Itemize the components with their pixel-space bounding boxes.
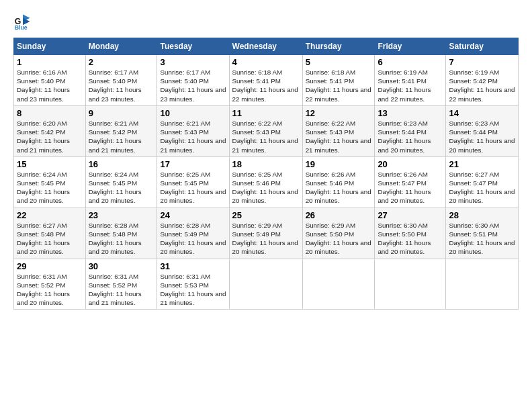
day-number: 24	[160, 210, 226, 220]
header-saturday: Saturday	[446, 38, 519, 55]
day-number: 20	[378, 159, 443, 169]
day-info: Sunrise: 6:25 AM Sunset: 5:45 PM Dayligh…	[160, 170, 226, 205]
day-number: 21	[449, 159, 515, 169]
calendar-cell: 6 Sunrise: 6:19 AM Sunset: 5:41 PM Dayli…	[375, 55, 446, 106]
calendar-cell: 27 Sunrise: 6:30 AM Sunset: 5:50 PM Dayl…	[375, 208, 446, 259]
calendar-cell	[375, 259, 446, 310]
calendar-week-row: 1 Sunrise: 6:16 AM Sunset: 5:40 PM Dayli…	[14, 55, 519, 106]
day-number: 6	[378, 57, 443, 67]
calendar-cell: 21 Sunrise: 6:27 AM Sunset: 5:47 PM Dayl…	[446, 156, 519, 208]
day-info: Sunrise: 6:16 AM Sunset: 5:40 PM Dayligh…	[17, 68, 83, 103]
calendar-week-row: 15 Sunrise: 6:24 AM Sunset: 5:45 PM Dayl…	[14, 156, 519, 208]
calendar-cell: 19 Sunrise: 6:26 AM Sunset: 5:46 PM Dayl…	[302, 156, 375, 208]
day-number: 2	[89, 57, 154, 67]
day-number: 4	[232, 57, 300, 67]
calendar-cell: 18 Sunrise: 6:25 AM Sunset: 5:46 PM Dayl…	[229, 156, 302, 208]
header-thursday: Thursday	[302, 38, 375, 55]
header-tuesday: Tuesday	[157, 38, 229, 55]
day-info: Sunrise: 6:31 AM Sunset: 5:53 PM Dayligh…	[160, 272, 226, 308]
day-info: Sunrise: 6:29 AM Sunset: 5:50 PM Dayligh…	[306, 221, 372, 257]
day-info: Sunrise: 6:27 AM Sunset: 5:48 PM Dayligh…	[17, 221, 83, 257]
day-number: 15	[17, 159, 83, 169]
day-number: 3	[160, 57, 226, 67]
day-info: Sunrise: 6:25 AM Sunset: 5:46 PM Dayligh…	[232, 170, 300, 205]
calendar-cell: 14 Sunrise: 6:23 AM Sunset: 5:44 PM Dayl…	[446, 105, 519, 156]
day-number: 10	[160, 108, 226, 118]
day-info: Sunrise: 6:18 AM Sunset: 5:41 PM Dayligh…	[232, 68, 300, 103]
logo: G Blue	[13, 12, 35, 31]
calendar-page: G Blue Sunday Monday Tuesday Wednesda	[0, 0, 532, 411]
day-info: Sunrise: 6:28 AM Sunset: 5:48 PM Dayligh…	[89, 221, 154, 257]
day-number: 25	[232, 210, 300, 220]
calendar-cell: 2 Sunrise: 6:17 AM Sunset: 5:40 PM Dayli…	[85, 55, 157, 106]
day-info: Sunrise: 6:17 AM Sunset: 5:40 PM Dayligh…	[160, 68, 226, 103]
logo-icon: G Blue	[13, 12, 32, 31]
day-number: 22	[17, 210, 83, 220]
calendar-cell: 16 Sunrise: 6:24 AM Sunset: 5:45 PM Dayl…	[85, 156, 157, 208]
calendar-cell: 26 Sunrise: 6:29 AM Sunset: 5:50 PM Dayl…	[302, 208, 375, 259]
calendar-cell: 24 Sunrise: 6:28 AM Sunset: 5:49 PM Dayl…	[157, 208, 229, 259]
day-info: Sunrise: 6:22 AM Sunset: 5:43 PM Dayligh…	[232, 119, 300, 154]
day-number: 13	[378, 108, 443, 118]
calendar-cell	[302, 259, 375, 310]
day-info: Sunrise: 6:23 AM Sunset: 5:44 PM Dayligh…	[378, 119, 443, 154]
calendar-cell: 20 Sunrise: 6:26 AM Sunset: 5:47 PM Dayl…	[375, 156, 446, 208]
day-number: 27	[378, 210, 443, 220]
day-number: 23	[89, 210, 154, 220]
day-number: 1	[17, 57, 83, 67]
day-info: Sunrise: 6:31 AM Sunset: 5:52 PM Dayligh…	[89, 272, 154, 308]
day-info: Sunrise: 6:31 AM Sunset: 5:52 PM Dayligh…	[17, 272, 83, 308]
day-number: 18	[232, 159, 300, 169]
calendar-cell: 28 Sunrise: 6:30 AM Sunset: 5:51 PM Dayl…	[446, 208, 519, 259]
calendar-cell: 7 Sunrise: 6:19 AM Sunset: 5:42 PM Dayli…	[446, 55, 519, 106]
day-number: 14	[449, 108, 515, 118]
day-number: 12	[306, 108, 372, 118]
day-number: 29	[17, 261, 83, 271]
calendar-cell: 31 Sunrise: 6:31 AM Sunset: 5:53 PM Dayl…	[157, 259, 229, 310]
calendar-cell: 9 Sunrise: 6:21 AM Sunset: 5:42 PM Dayli…	[85, 105, 157, 156]
day-number: 16	[89, 159, 154, 169]
calendar-cell: 22 Sunrise: 6:27 AM Sunset: 5:48 PM Dayl…	[14, 208, 86, 259]
calendar-cell: 30 Sunrise: 6:31 AM Sunset: 5:52 PM Dayl…	[85, 259, 157, 310]
calendar-week-row: 8 Sunrise: 6:20 AM Sunset: 5:42 PM Dayli…	[14, 105, 519, 156]
day-number: 17	[160, 159, 226, 169]
calendar-body: 1 Sunrise: 6:16 AM Sunset: 5:40 PM Dayli…	[14, 55, 519, 310]
calendar-cell: 25 Sunrise: 6:29 AM Sunset: 5:49 PM Dayl…	[229, 208, 302, 259]
day-info: Sunrise: 6:24 AM Sunset: 5:45 PM Dayligh…	[17, 170, 83, 205]
day-info: Sunrise: 6:17 AM Sunset: 5:40 PM Dayligh…	[89, 68, 154, 103]
day-info: Sunrise: 6:18 AM Sunset: 5:41 PM Dayligh…	[306, 68, 372, 103]
day-number: 28	[449, 210, 515, 220]
calendar-cell: 13 Sunrise: 6:23 AM Sunset: 5:44 PM Dayl…	[375, 105, 446, 156]
calendar-cell: 1 Sunrise: 6:16 AM Sunset: 5:40 PM Dayli…	[14, 55, 86, 106]
day-number: 19	[306, 159, 372, 169]
day-info: Sunrise: 6:30 AM Sunset: 5:50 PM Dayligh…	[378, 221, 443, 257]
calendar-table: Sunday Monday Tuesday Wednesday Thursday…	[13, 38, 519, 310]
day-info: Sunrise: 6:28 AM Sunset: 5:49 PM Dayligh…	[160, 221, 226, 257]
day-number: 31	[160, 261, 226, 271]
header-friday: Friday	[375, 38, 446, 55]
day-number: 30	[89, 261, 154, 271]
day-number: 26	[306, 210, 372, 220]
day-info: Sunrise: 6:30 AM Sunset: 5:51 PM Dayligh…	[449, 221, 515, 257]
header-sunday: Sunday	[14, 38, 86, 55]
calendar-cell: 17 Sunrise: 6:25 AM Sunset: 5:45 PM Dayl…	[157, 156, 229, 208]
calendar-week-row: 29 Sunrise: 6:31 AM Sunset: 5:52 PM Dayl…	[14, 259, 519, 310]
weekday-header-row: Sunday Monday Tuesday Wednesday Thursday…	[14, 38, 519, 55]
calendar-cell: 23 Sunrise: 6:28 AM Sunset: 5:48 PM Dayl…	[85, 208, 157, 259]
day-info: Sunrise: 6:20 AM Sunset: 5:42 PM Dayligh…	[17, 119, 83, 154]
calendar-cell: 15 Sunrise: 6:24 AM Sunset: 5:45 PM Dayl…	[14, 156, 86, 208]
calendar-week-row: 22 Sunrise: 6:27 AM Sunset: 5:48 PM Dayl…	[14, 208, 519, 259]
day-info: Sunrise: 6:19 AM Sunset: 5:42 PM Dayligh…	[449, 68, 515, 103]
day-info: Sunrise: 6:21 AM Sunset: 5:43 PM Dayligh…	[160, 119, 226, 154]
svg-text:Blue: Blue	[15, 24, 28, 31]
calendar-cell: 12 Sunrise: 6:22 AM Sunset: 5:43 PM Dayl…	[302, 105, 375, 156]
day-info: Sunrise: 6:26 AM Sunset: 5:46 PM Dayligh…	[306, 170, 372, 205]
calendar-cell: 5 Sunrise: 6:18 AM Sunset: 5:41 PM Dayli…	[302, 55, 375, 106]
day-number: 5	[306, 57, 372, 67]
page-header: G Blue	[13, 12, 519, 31]
day-info: Sunrise: 6:27 AM Sunset: 5:47 PM Dayligh…	[449, 170, 515, 205]
calendar-cell: 8 Sunrise: 6:20 AM Sunset: 5:42 PM Dayli…	[14, 105, 86, 156]
day-info: Sunrise: 6:23 AM Sunset: 5:44 PM Dayligh…	[449, 119, 515, 154]
day-info: Sunrise: 6:22 AM Sunset: 5:43 PM Dayligh…	[306, 119, 372, 154]
calendar-cell: 3 Sunrise: 6:17 AM Sunset: 5:40 PM Dayli…	[157, 55, 229, 106]
